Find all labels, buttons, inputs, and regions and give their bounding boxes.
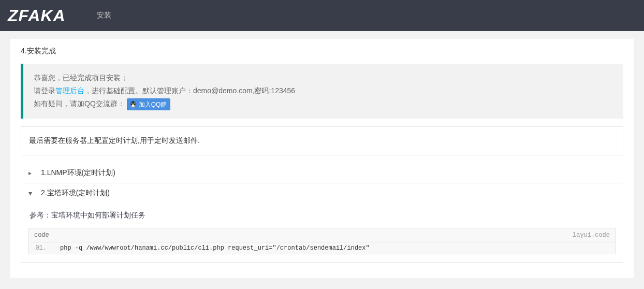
blockquote-line2-suffix: ，进行基础配置。默认管理账户：demo@demo.com,密码:123456: [84, 86, 295, 95]
reference-link[interactable]: 宝塔环境中如何部署计划任务: [51, 211, 145, 219]
chevron-right-icon: [28, 169, 35, 177]
svg-point-7: [130, 107, 132, 108]
reference-block: 参考：宝塔环境中如何部署计划任务: [28, 211, 616, 220]
svg-point-6: [131, 105, 135, 107]
code-header-left: code: [34, 232, 49, 239]
code-line-content: php -q /www/wwwroot/hanami.cc/public/cli…: [60, 244, 370, 252]
fieldset-legend: 最后需要在服务器上配置定时计划,用于定时发送邮件.: [29, 132, 615, 150]
qq-btn-label: 加入QQ群: [139, 101, 167, 108]
collapse-label-lnmp: 1.LNMP环境(定时计划): [41, 168, 115, 178]
collapse-item-baota: 2.宝塔环境(定时计划) 参考：宝塔环境中如何部署计划任务 code layui…: [21, 183, 623, 263]
collapse-header-baota[interactable]: 2.宝塔环境(定时计划): [21, 183, 623, 203]
header: ZFAKA 安装: [0, 0, 644, 31]
collapse-label-baota: 2.宝塔环境(定时计划): [41, 189, 110, 198]
svg-point-4: [134, 103, 134, 104]
collapse-body-baota: 参考：宝塔环境中如何部署计划任务 code layui.code 01. php…: [21, 203, 623, 262]
svg-point-3: [131, 103, 132, 104]
code-header: code layui.code: [29, 228, 615, 242]
blockquote-line2-prefix: 请登录: [34, 86, 55, 95]
code-line-number: 01.: [29, 244, 52, 252]
blockquote-line-3: 如有疑问，请加QQ交流群： 加入QQ群: [34, 97, 616, 110]
blockquote-line-1: 恭喜您，已经完成项目安装；: [34, 71, 616, 84]
code-block: code layui.code 01. php -q /www/wwwroot/…: [28, 228, 616, 254]
logo: ZFAKA: [8, 6, 66, 25]
main-container: 4.安装完成 恭喜您，已经完成项目安装； 请登录管理后台，进行基础配置。默认管理…: [10, 39, 634, 278]
join-qq-group-button[interactable]: 加入QQ群: [127, 98, 171, 110]
cron-note-fieldset: 最后需要在服务器上配置定时计划,用于定时发送邮件.: [21, 126, 623, 155]
code-header-right: layui.code: [573, 232, 610, 239]
blockquote-line-2: 请登录管理后台，进行基础配置。默认管理账户：demo@demo.com,密码:1…: [34, 84, 616, 97]
nav-install[interactable]: 安装: [97, 11, 111, 20]
qq-penguin-icon: [129, 100, 137, 109]
code-line: 01. php -q /www/wwwroot/hanami.cc/public…: [29, 242, 615, 254]
admin-backend-link[interactable]: 管理后台: [55, 86, 84, 95]
blockquote-line3-prefix: 如有疑问，请加QQ交流群：: [34, 99, 125, 108]
collapse-item-lnmp: 1.LNMP环境(定时计划): [21, 163, 623, 183]
chevron-down-icon: [28, 189, 35, 197]
svg-point-8: [134, 107, 135, 108]
reference-label: 参考：: [30, 211, 51, 219]
install-complete-blockquote: 恭喜您，已经完成项目安装； 请登录管理后台，进行基础配置。默认管理账户：demo…: [21, 64, 623, 119]
section-title: 4.安装完成: [21, 47, 623, 56]
collapse-header-lnmp[interactable]: 1.LNMP环境(定时计划): [21, 163, 623, 183]
